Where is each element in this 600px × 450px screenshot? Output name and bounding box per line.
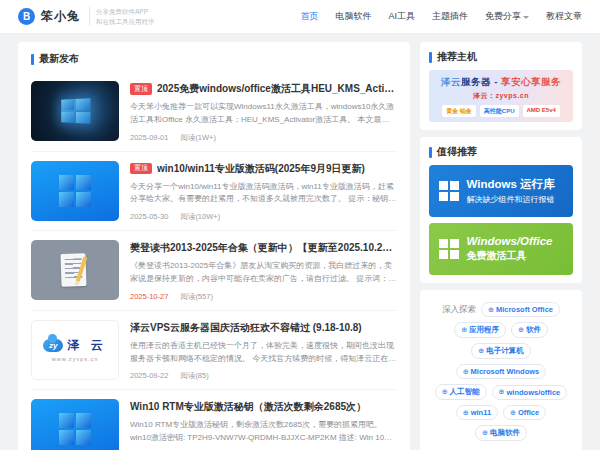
article-excerpt: 今天分享一个win10/win11专业版激活码激活码，win11专业版激活码，赶… bbox=[130, 181, 397, 207]
ad-url: 泽云：zyvps.cn bbox=[433, 91, 569, 101]
article-thumbnail-zeyun[interactable]: zy 泽 云 www.zyvps.cn bbox=[31, 320, 119, 380]
article-view-count: 阅读(1W+) bbox=[180, 133, 216, 143]
article-excerpt: 使用泽云的香港主机已经快一个月了，体验完美，速度很快，期间也没出现服务器卡顿和网… bbox=[130, 340, 397, 366]
activation-tool-banner[interactable]: Windows/Office 免费激活工具 bbox=[429, 223, 573, 275]
site-tagline: 分享免费软件APP 和在线工具应用程序 bbox=[89, 7, 155, 26]
nav-item-pc-software[interactable]: 电脑软件 bbox=[335, 10, 371, 23]
recommended-host-title: 推荐主机 bbox=[437, 50, 477, 64]
article-title[interactable]: 泽云VPS云服务器国庆活动狂欢不容错过 (9.18-10.8) bbox=[130, 321, 362, 335]
tag-icon: ⊕ bbox=[488, 306, 494, 314]
article-date: 2025-09-01 bbox=[130, 133, 168, 143]
tag-office[interactable]: ⊕Office bbox=[503, 405, 546, 420]
banner-subtitle: 免费激活工具 bbox=[467, 249, 553, 263]
article-title[interactable]: win10/win11专业版激活码(2025年9月9日更新) bbox=[157, 162, 365, 176]
cloud-logo-icon: zy bbox=[43, 339, 63, 352]
site-brand[interactable]: B 笨小兔 分享免费软件APP 和在线工具应用程序 bbox=[18, 7, 155, 26]
nav-item-free-share[interactable]: 免费分享 bbox=[485, 10, 529, 23]
tag-ai[interactable]: ⊕人工智能 bbox=[435, 384, 487, 400]
tag-windows-office[interactable]: ⊕windows/office bbox=[492, 385, 568, 400]
article-item-3[interactable]: 樊登读书2013-2025年合集（更新中）【更新至2025.10.25】 《樊登… bbox=[31, 231, 397, 311]
article-thumbnail-win10-hero[interactable] bbox=[31, 81, 119, 141]
article-excerpt: 今天笨小兔推荐一款可以实现Windows11永久激活工具，windows10永久… bbox=[130, 101, 397, 127]
nav-item-theme-plugins[interactable]: 主题插件 bbox=[432, 10, 468, 23]
worth-recommend-title: 值得推荐 bbox=[437, 145, 477, 159]
article-view-count: 阅读(85) bbox=[180, 371, 208, 381]
tag-icon: ⊕ bbox=[461, 326, 467, 334]
banner-subtitle: 解决缺少组件和运行报错 bbox=[467, 194, 555, 205]
article-body: 樊登读书2013-2025年合集（更新中）【更新至2025.10.25】 《樊登… bbox=[130, 240, 397, 302]
tag-cloud: 深入探索 ⊕Microsoft Office ⊕应用程序 ⊕软件 ⊕电子计算机 … bbox=[429, 298, 573, 443]
article-excerpt: 《樊登读书2013-2025年合集》朋友从淘宝购买的资源，我白嫖过来的，卖家说是… bbox=[130, 260, 397, 286]
windows-logo-icon bbox=[59, 175, 91, 207]
tag-icon: ⊕ bbox=[478, 347, 484, 355]
pinned-badge: 置顶 bbox=[130, 83, 152, 94]
article-view-count: 阅读(557) bbox=[180, 292, 213, 302]
article-item-1[interactable]: 置顶 2025免费windows/office激活工具HEU_KMS_Activ… bbox=[31, 72, 397, 152]
top-navbar: B 笨小兔 分享免费软件APP 和在线工具应用程序 首页 电脑软件 AI工具 主… bbox=[0, 0, 600, 34]
tag-icon: ⊕ bbox=[518, 326, 524, 334]
nav-item-home[interactable]: 首页 bbox=[300, 10, 318, 23]
windows-logo-icon bbox=[439, 181, 459, 201]
zeyun-ad-banner[interactable]: 泽云服务器 - 享安心享服务 泽云：zyvps.cn 黄金 铂金 高性能CPU … bbox=[429, 70, 573, 122]
article-date: 2025-10-27 bbox=[130, 292, 168, 302]
article-thumbnail-win11[interactable] bbox=[31, 399, 119, 450]
windows-logo-icon bbox=[439, 239, 459, 259]
tag-cloud-card: 深入探索 ⊕Microsoft Office ⊕应用程序 ⊕软件 ⊕电子计算机 … bbox=[420, 290, 582, 450]
latest-posts-card: 最新发布 置顶 2025免费windows/office激活工具HEU_KMS_… bbox=[18, 42, 410, 450]
tag-icon: ⊕ bbox=[510, 409, 516, 417]
article-meta: 2025-05-30 阅读(10W+) bbox=[130, 212, 397, 222]
tag-microsoft-windows[interactable]: ⊕Microsoft Windows bbox=[456, 364, 547, 379]
tag-win11[interactable]: ⊕win11 bbox=[456, 405, 498, 420]
windows-runtime-banner[interactable]: Windows 运行库 解决缺少组件和运行报错 bbox=[429, 165, 573, 217]
main-nav: 首页 电脑软件 AI工具 主题插件 免费分享 教程文章 bbox=[300, 10, 582, 23]
article-meta: 2025-09-01 阅读(1W+) bbox=[130, 133, 397, 143]
tag-computer[interactable]: ⊕电子计算机 bbox=[471, 343, 530, 359]
article-thumbnail-win11[interactable] bbox=[31, 161, 119, 221]
article-body: Win10 RTM专业版激活秘钥（激活次数剩余2685次） Win10 RTM专… bbox=[130, 399, 397, 450]
article-item-4[interactable]: zy 泽 云 www.zyvps.cn 泽云VPS云服务器国庆活动狂欢不容错过 … bbox=[31, 311, 397, 391]
tag-software[interactable]: ⊕软件 bbox=[511, 322, 548, 338]
site-name: 笨小兔 bbox=[41, 8, 80, 25]
site-tagline-line2: 和在线工具应用程序 bbox=[96, 17, 155, 26]
article-thumbnail-document[interactable] bbox=[31, 240, 119, 300]
nav-item-free-share-label: 免费分享 bbox=[485, 10, 521, 23]
windows-logo-icon bbox=[59, 413, 91, 445]
ad-badge-amd: AMD E5v4 bbox=[523, 105, 560, 117]
ad-badge-gold: 黄金 铂金 bbox=[442, 105, 476, 117]
latest-posts-header: 最新发布 bbox=[31, 52, 397, 66]
ad-brand: 泽云 bbox=[441, 76, 461, 87]
tag-microsoft-office[interactable]: ⊕Microsoft Office bbox=[481, 302, 560, 317]
chevron-down-icon bbox=[523, 16, 529, 19]
latest-posts-title: 最新发布 bbox=[39, 52, 79, 66]
article-meta: 2025-10-27 阅读(557) bbox=[130, 292, 397, 302]
banner-title: Windows 运行库 bbox=[467, 177, 555, 192]
tag-icon: ⊕ bbox=[482, 429, 488, 437]
tag-cloud-label: 深入探索 bbox=[442, 304, 476, 316]
zeyun-logo-text: 泽 云 bbox=[67, 337, 106, 354]
ad-mid: 服务器 - bbox=[461, 76, 501, 87]
banner-title: Windows/Office bbox=[467, 235, 553, 247]
tag-applications[interactable]: ⊕应用程序 bbox=[454, 322, 506, 338]
tag-pc-software[interactable]: ⊕电脑软件 bbox=[475, 425, 527, 441]
ad-badge-cpu: 高性能CPU bbox=[480, 105, 519, 117]
article-item-5[interactable]: Win10 RTM专业版激活秘钥（激活次数剩余2685次） Win10 RTM专… bbox=[31, 390, 397, 450]
tag-icon: ⊕ bbox=[463, 368, 469, 376]
article-body: 置顶 win10/win11专业版激活码(2025年9月9日更新) 今天分享一个… bbox=[130, 161, 397, 223]
article-title[interactable]: 樊登读书2013-2025年合集（更新中）【更新至2025.10.25】 bbox=[130, 241, 397, 255]
article-title[interactable]: 2025免费windows/office激活工具HEU_KMS_Activato… bbox=[157, 82, 397, 96]
page-content: 最新发布 置顶 2025免费windows/office激活工具HEU_KMS_… bbox=[0, 34, 600, 450]
windows-logo-icon bbox=[61, 98, 90, 124]
section-accent-bar bbox=[31, 54, 34, 65]
article-body: 泽云VPS云服务器国庆活动狂欢不容错过 (9.18-10.8) 使用泽云的香港主… bbox=[130, 320, 397, 382]
article-title[interactable]: Win10 RTM专业版激活秘钥（激活次数剩余2685次） bbox=[130, 400, 366, 414]
article-excerpt: Win10 RTM专业版激活秘钥，剩余激活次数2685次，需要的抓紧用吧。 wi… bbox=[130, 419, 397, 445]
article-item-2[interactable]: 置顶 win10/win11专业版激活码(2025年9月9日更新) 今天分享一个… bbox=[31, 152, 397, 232]
section-accent-bar bbox=[429, 147, 432, 158]
article-body: 置顶 2025免费windows/office激活工具HEU_KMS_Activ… bbox=[130, 81, 397, 143]
sidebar: 推荐主机 泽云服务器 - 享安心享服务 泽云：zyvps.cn 黄金 铂金 高性… bbox=[420, 42, 582, 450]
ad-headline: 泽云服务器 - 享安心享服务 bbox=[433, 76, 569, 89]
pinned-badge: 置顶 bbox=[130, 163, 152, 174]
nav-item-ai-tools[interactable]: AI工具 bbox=[388, 10, 415, 23]
tag-icon: ⊕ bbox=[442, 388, 448, 396]
nav-item-tutorials[interactable]: 教程文章 bbox=[546, 10, 582, 23]
